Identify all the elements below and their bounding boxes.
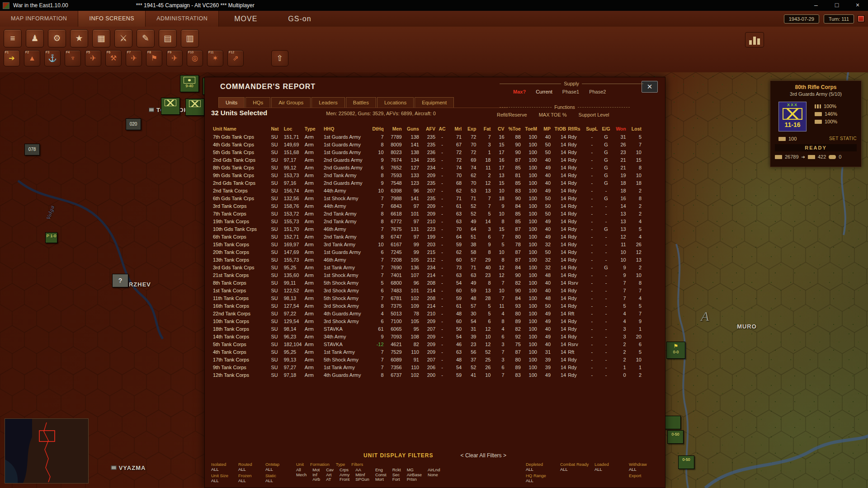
unit-row[interactable]: 7th Tank CorpsSU153,72Arm2nd Tank Army86… <box>212 210 642 218</box>
air-transfer-mode-button[interactable]: F12⇗ <box>227 50 244 66</box>
filter-unit-size[interactable]: Unit SizeALL <box>211 473 235 483</box>
filter-type-mg[interactable]: MG <box>407 468 422 473</box>
metrics-button[interactable] <box>745 32 764 47</box>
construction-mode-button[interactable]: F6⚒ <box>105 50 122 66</box>
minimize-button[interactable]: – <box>806 0 826 11</box>
filter-type-airb[interactable]: Airb <box>312 477 320 482</box>
unit-row[interactable]: 10th Gds Tank CrpsSU151,70Arm46th Army77… <box>212 225 642 233</box>
filter-type-fort[interactable]: Fort <box>392 477 401 482</box>
bomb-unit-mode-button[interactable]: F9✈ <box>166 50 183 66</box>
unit-counter-art[interactable]: 9-40 <box>180 75 199 92</box>
column-header-afv[interactable]: AFV <box>420 126 436 133</box>
column-header-eg[interactable]: E/G <box>599 126 612 133</box>
unit-row[interactable]: 19th Tank CorpsSU155,73Arm2nd Tank Army8… <box>212 218 642 225</box>
info-screens-button[interactable]: ▦ <box>92 29 110 47</box>
unit-counter-green[interactable]: 0-50 <box>678 455 694 469</box>
filter-depleted[interactable]: DepletedALL <box>526 462 556 472</box>
set-static-button[interactable]: SET STATIC <box>829 136 857 141</box>
unit-counter-unknown[interactable]: ? <box>112 274 128 287</box>
save-game-button[interactable]: ▤ <box>159 29 177 47</box>
column-header-fat[interactable]: Fat <box>477 126 491 133</box>
filter-type-rckt[interactable]: Rckt <box>392 468 401 473</box>
interdiction-mode-button[interactable]: F11✶ <box>207 50 223 66</box>
unit-counter-depot[interactable]: 020 <box>126 118 141 130</box>
filter-type-none[interactable]: None <box>428 473 440 478</box>
unit-counter-green[interactable] <box>665 416 681 429</box>
unit-row[interactable]: 12th Tank CorpsSU97,18Arm4th Guards Army… <box>212 371 642 379</box>
gs-toggle-label[interactable]: GS-on <box>273 11 326 27</box>
filter-type-front[interactable]: Front <box>340 477 349 482</box>
filter-type-spgun[interactable]: SPGun <box>355 477 369 482</box>
menu-tab-map-information[interactable]: MAP INFORMATION <box>0 11 78 27</box>
report-tab-locations[interactable]: Locations <box>377 97 414 108</box>
filter-frozen[interactable]: FrozenALL <box>238 473 262 483</box>
column-header-type[interactable]: Type <box>304 126 323 133</box>
naval-transport-mode-button[interactable]: F3⚓ <box>44 50 61 66</box>
filter-type-mot[interactable]: Mot <box>312 468 320 473</box>
unit-counter-depot[interactable]: 078 <box>24 144 40 155</box>
column-header-cv[interactable]: CV <box>492 126 505 133</box>
filter-routed[interactable]: RoutedALL <box>238 462 262 472</box>
unit-row[interactable]: 10th Tank CorpsSU129,54Arm3rd Shock Army… <box>212 318 642 325</box>
rail-mode-button[interactable]: F2▲ <box>24 50 40 66</box>
settings-button[interactable]: ⚙ <box>48 29 66 47</box>
unit-row[interactable]: 21st Tank CorpsSU135,60Arm1st Shock Army… <box>212 272 642 279</box>
unit-row[interactable]: 9th Gds Tank CrpsSU153,73Arm2nd Tank Arm… <box>212 172 642 179</box>
column-header-toem[interactable]: ToeM <box>522 126 538 133</box>
filter-loaded[interactable]: LoadedALL <box>594 462 624 472</box>
column-header-loc[interactable]: Loc <box>283 126 304 133</box>
filter-type-prtsn[interactable]: Prtsn <box>407 477 422 482</box>
unit-row[interactable]: 22nd Tank CorpsSU97,22Arm4th Guards Army… <box>212 310 642 318</box>
air-superiority-mode-button[interactable]: F8⚑ <box>146 50 162 66</box>
unit-row[interactable]: 14th Tank CorpsSU96,23Arm34th Army970931… <box>212 333 642 341</box>
supply-option-phase2[interactable]: Phase2 <box>589 89 606 94</box>
column-header-dthq[interactable]: DtHq <box>370 126 384 133</box>
filter-combat-ready[interactable]: Combat ReadyALL <box>560 462 590 472</box>
filter-type-crps[interactable]: Crps <box>340 468 349 473</box>
battles-button[interactable]: ⚔ <box>114 29 132 47</box>
function-refit-reserve[interactable]: Refit/Reserve <box>497 112 527 117</box>
unit-row[interactable]: 20th Tank CorpsSU147,69Arm1st Guards Arm… <box>212 249 642 256</box>
filter-static[interactable]: StaticALL <box>265 473 289 483</box>
minimap[interactable] <box>5 418 89 483</box>
unit-hq[interactable]: 3rd Guards Army (5/10) <box>770 91 861 97</box>
unit-row[interactable]: 13th Tank CorpsSU155,73Arm46th Army77208… <box>212 256 642 264</box>
column-header-hhq[interactable]: HHQ <box>323 126 370 133</box>
unit-row[interactable]: 15th Tank CorpsSU169,97Arm3rd Tank Army1… <box>212 241 642 249</box>
unit-row[interactable]: 8th Gds Tank CrpsSU99,12Arm2nd Guards Ar… <box>212 164 642 172</box>
column-header-ac[interactable]: AC <box>436 126 448 133</box>
filter-withdraw[interactable]: WithdrawALL <box>629 462 659 472</box>
unit-row[interactable]: 8th Tank CorpsSU99,11Arm5th Shock Army56… <box>212 279 642 287</box>
maximize-button[interactable]: □ <box>826 0 847 11</box>
editor-button[interactable]: ✎ <box>137 29 155 47</box>
unit-row[interactable]: 2nd Tank CorpsSU156,74Arm44th Army106398… <box>212 187 642 195</box>
unit-row[interactable]: 17th Tank CorpsSU99,13Arm5th Shock Army7… <box>212 356 642 364</box>
unit-row[interactable]: 3rd Tank CorpsSU158,76Arm44th Army768439… <box>212 202 642 210</box>
unit-row[interactable]: 18th Tank CorpsSU98,14ArmSTAVKA616065952… <box>212 325 642 333</box>
column-header-ttob[interactable]: TtOB <box>552 126 567 133</box>
unit-row[interactable]: 1st Tank CorpsSU122,52Arm3rd Shock Army6… <box>212 287 642 295</box>
function-support-level[interactable]: Support Level <box>579 112 609 117</box>
move-mode-label[interactable]: MOVE <box>219 11 273 27</box>
filter-type-mort[interactable]: Mort <box>375 477 387 482</box>
unit-row[interactable]: 6th Tank CorpsSU152,71Arm2nd Tank Army86… <box>212 233 642 241</box>
filter-type-aa[interactable]: AA <box>355 468 369 473</box>
unit-row[interactable]: 4th Tank CorpsSU95,25Arm1st Tank Army775… <box>212 348 642 356</box>
report-tab-hqs[interactable]: HQs <box>245 97 270 108</box>
filter-type-airlnd[interactable]: AirLnd <box>428 468 440 473</box>
clear-filters-button[interactable]: < Clear All Filters > <box>461 452 506 459</box>
column-header-nat[interactable]: Nat <box>270 126 283 133</box>
column-header-men[interactable]: Men <box>385 126 403 133</box>
load-game-button[interactable]: ▥ <box>181 29 199 47</box>
column-header-mrl[interactable]: Mrl <box>448 126 462 133</box>
filter-type-all[interactable]: All <box>296 468 307 473</box>
unit-row[interactable]: 4th Gds Tank CrpsSU149,69Arm1st Guards A… <box>212 141 642 149</box>
column-header-guns[interactable]: Guns <box>403 126 420 133</box>
filter-type-cav[interactable]: Cav <box>326 468 334 473</box>
unit-counter[interactable]: XXX 11-16 <box>778 102 807 131</box>
unit-counter-inf[interactable] <box>185 99 204 116</box>
column-header-lost[interactable]: Lost <box>627 126 642 133</box>
column-header-exp[interactable]: Exp <box>462 126 477 133</box>
filter-hq-range[interactable]: HQ RangeALL <box>526 473 556 483</box>
unit-row[interactable]: 11th Tank CorpsSU98,13Arm5th Shock Army7… <box>212 295 642 302</box>
